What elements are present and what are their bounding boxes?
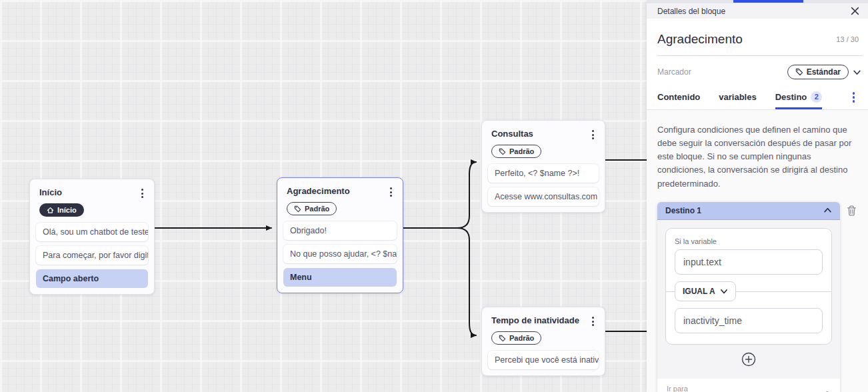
chevron-down-icon[interactable] <box>853 68 861 77</box>
tab-contenido[interactable]: Contenido <box>657 86 700 109</box>
node-consultas-message-2[interactable]: Acesse www.consultas.com par... <box>488 187 599 206</box>
node-consultas-badge: Padrão <box>491 145 541 158</box>
node-consultas-message-1[interactable]: Perfeito, <? $name ?>! <box>488 164 599 183</box>
condition-label: Si la variable <box>675 237 823 245</box>
node-consultas-menu-icon[interactable] <box>589 129 597 141</box>
destino-description: Configura condiciones que definen el cam… <box>657 123 857 191</box>
variable-input[interactable] <box>675 249 823 275</box>
node-tempo-badge: Padrão <box>491 331 541 345</box>
node-inicio-message-1[interactable]: Olá, sou um chatbot de teste! <box>36 223 148 241</box>
node-inicio-title: Início <box>39 187 62 197</box>
add-condition-icon[interactable] <box>741 352 756 367</box>
node-inicio[interactable]: Início Início Olá, sou um chatbot de tes… <box>29 179 155 295</box>
tag-icon <box>795 68 803 76</box>
node-tempo-message-1[interactable]: Percebi que você está inativo. C... <box>488 351 599 369</box>
connector-agradecimento-consultas <box>457 162 476 228</box>
tag-icon <box>499 335 506 342</box>
condition-group: Si la variable IGUAL A <box>665 228 832 345</box>
tab-variables[interactable]: variables <box>719 86 756 109</box>
panel-top-strip <box>647 0 868 3</box>
node-agradecimento-badge: Padrão <box>287 202 337 215</box>
tag-icon <box>499 148 506 155</box>
block-details-panel: Detalles del bloque Agradecimento 13 / 3… <box>647 0 868 392</box>
node-agradecimento-menu-icon[interactable] <box>387 186 395 198</box>
node-inicio-open-field[interactable]: Campo aberto <box>36 269 148 288</box>
node-agradecimento-message-1[interactable]: Obrigado! <box>283 221 397 240</box>
panel-title: Detalles del bloque <box>657 7 725 16</box>
node-tempo-menu-icon[interactable] <box>589 315 597 327</box>
node-consultas-title: Consultas <box>491 129 533 139</box>
node-agradecimento-menu-item[interactable]: Menu <box>283 268 397 287</box>
node-agradecimento[interactable]: Agradecimento Padrão Obrigado! No que po… <box>277 177 403 293</box>
compare-value-input[interactable] <box>675 308 823 333</box>
marcador-select[interactable]: Estándar <box>787 65 861 79</box>
node-consultas[interactable]: Consultas Padrão Perfeito, <? $name ?>! … <box>481 120 605 213</box>
active-tab-indicator-partial <box>733 0 803 3</box>
node-inicio-message-2[interactable]: Para começar, por favor digite o ... <box>36 246 148 265</box>
chevron-down-icon <box>720 287 728 295</box>
destino-1-card: Destino 1 Si la variable IGUAL A <box>657 202 840 392</box>
home-icon <box>47 207 54 214</box>
operator-select[interactable]: IGUAL A <box>675 281 736 301</box>
ir-para-label: Ir para <box>667 385 738 392</box>
chevron-up-icon[interactable] <box>823 206 832 215</box>
connector-agradecimento-tempo <box>457 228 476 335</box>
node-agradecimento-title: Agradecimento <box>287 186 350 196</box>
destino-count-badge: 2 <box>811 91 822 103</box>
node-inicio-menu-icon[interactable] <box>139 187 146 199</box>
ir-para-section[interactable]: Ir para Falta del tiempo <box>657 379 840 392</box>
tab-destino[interactable]: Destino 2 <box>775 85 823 109</box>
node-tempo-title: Tempo de inatividade <box>491 315 579 325</box>
block-name[interactable]: Agradecimento <box>657 32 743 47</box>
tabs-more-menu-icon[interactable] <box>850 91 858 104</box>
marcador-value-pill[interactable]: Estándar <box>787 65 849 79</box>
destino-1-header[interactable]: Destino 1 <box>657 202 840 220</box>
marcador-label: Marcador <box>657 67 691 77</box>
node-agradecimento-message-2[interactable]: No que posso ajudar, <? $name ... <box>283 245 397 263</box>
node-inicio-badge: Início <box>39 203 84 217</box>
node-tempo-inatividade[interactable]: Tempo de inatividade Padrão Percebi que … <box>481 307 605 376</box>
delete-destino-icon[interactable] <box>846 202 857 217</box>
flow-builder-app: Início Início Olá, sou um chatbot de tes… <box>0 0 868 392</box>
tag-icon <box>294 205 301 213</box>
close-icon[interactable] <box>851 7 859 15</box>
char-counter: 13 / 30 <box>836 32 859 43</box>
